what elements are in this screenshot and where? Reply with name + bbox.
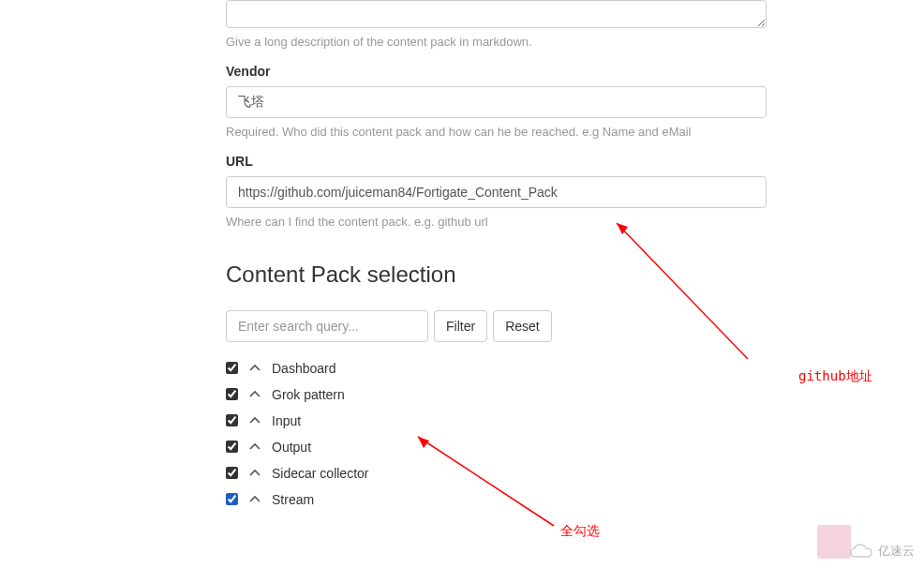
description-help: Give a long description of the content p… (226, 34, 767, 51)
filter-button[interactable]: Filter (434, 310, 487, 342)
list-item: Stream (226, 486, 767, 513)
item-label: Input (272, 413, 301, 428)
vendor-label: Vendor (226, 64, 767, 79)
checkbox-stream[interactable] (226, 493, 238, 505)
list-item: Output (226, 434, 767, 460)
chevron-up-icon[interactable] (249, 415, 261, 426)
vendor-help: Required. Who did this content pack and … (226, 124, 767, 141)
checkbox-input[interactable] (226, 414, 238, 426)
url-label: URL (226, 154, 767, 169)
item-label: Stream (272, 492, 314, 507)
chevron-up-icon[interactable] (249, 389, 261, 400)
list-item: Dashboard (226, 355, 767, 381)
annotation-select-all: 全勾选 (560, 523, 600, 540)
search-input[interactable] (226, 310, 428, 342)
logo: 亿速云 (848, 542, 915, 561)
cloud-icon (848, 542, 874, 561)
checkbox-sidecar[interactable] (226, 467, 238, 479)
url-input[interactable] (226, 176, 767, 208)
item-label: Sidecar collector (272, 466, 369, 481)
list-item: Grok pattern (226, 381, 767, 408)
reset-button[interactable]: Reset (493, 310, 552, 342)
description-textarea[interactable] (226, 0, 767, 28)
url-help: Where can I find the content pack. e.g. … (226, 214, 767, 231)
item-label: Grok pattern (272, 387, 345, 402)
logo-text: 亿速云 (878, 543, 915, 560)
item-label: Dashboard (272, 361, 336, 376)
checkbox-grok[interactable] (226, 388, 238, 400)
chevron-up-icon[interactable] (249, 363, 261, 374)
list-item: Sidecar collector (226, 460, 767, 486)
selection-heading: Content Pack selection (226, 262, 767, 288)
chevron-up-icon[interactable] (249, 468, 261, 479)
checkbox-dashboard[interactable] (226, 362, 238, 374)
checkbox-output[interactable] (226, 441, 238, 453)
selection-list: Dashboard Grok pattern Input Output Side… (226, 355, 767, 513)
chevron-up-icon[interactable] (249, 441, 261, 453)
back-to-top-button[interactable] (817, 525, 851, 559)
item-label: Output (272, 440, 311, 455)
chevron-up-icon[interactable] (249, 494, 261, 505)
vendor-input[interactable] (226, 86, 767, 118)
list-item: Input (226, 408, 767, 434)
annotation-github: github地址 (798, 368, 872, 385)
